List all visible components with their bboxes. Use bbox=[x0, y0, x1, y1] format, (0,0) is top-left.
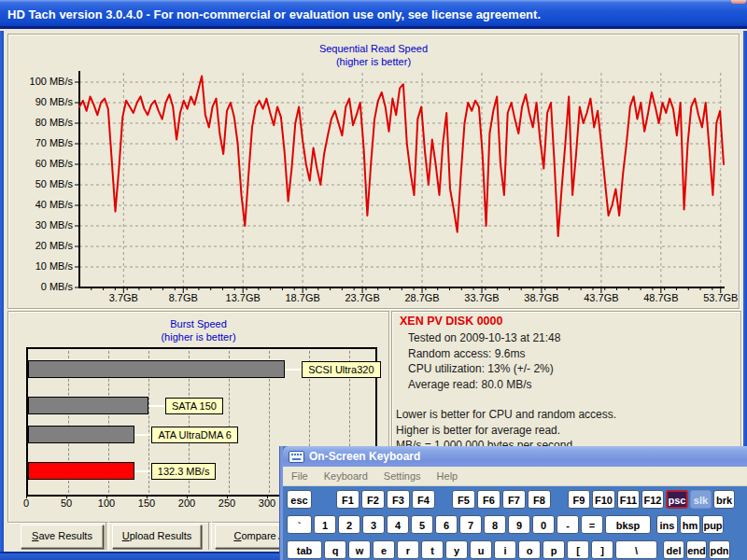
info-detail-line: CPU utilization: 13% (+/- 2%) bbox=[408, 362, 554, 375]
button-upload-results[interactable]: Upload Results bbox=[112, 525, 202, 549]
bar-label-box: 132.3 MB/s bbox=[151, 463, 217, 480]
window-title: HD Tach version 3.0.4.0 - For non-commer… bbox=[7, 7, 541, 21]
bar-label-connector bbox=[285, 369, 302, 371]
key-gap bbox=[314, 490, 336, 509]
osk-key-pup[interactable]: pup bbox=[702, 515, 724, 534]
osk-key-2[interactable]: 2 bbox=[338, 515, 360, 534]
osk-key-pdn[interactable]: pdn bbox=[709, 540, 730, 559]
osk-key-7[interactable]: 7 bbox=[459, 515, 482, 534]
osk-key-F11[interactable]: F11 bbox=[617, 490, 640, 509]
osk-key-end[interactable]: end bbox=[686, 540, 707, 559]
osk-key-F4[interactable]: F4 bbox=[412, 490, 435, 509]
button-save-results[interactable]: Save Results bbox=[21, 525, 104, 549]
info-note-line: Lower is better for CPU and random acces… bbox=[396, 408, 616, 421]
osk-key-bksp[interactable]: bksp bbox=[605, 515, 651, 534]
drive-name: XEN PV DISK 0000 bbox=[400, 315, 502, 328]
osk-key-o[interactable]: o bbox=[518, 540, 541, 559]
osk-key-1[interactable]: 1 bbox=[314, 515, 336, 534]
x-tick-label: 53.7GB bbox=[698, 292, 744, 303]
osk-key-backslash[interactable]: \ bbox=[615, 540, 657, 559]
osk-menu-settings[interactable]: Settings bbox=[384, 470, 421, 482]
x-tick-label: 8.7GB bbox=[160, 292, 206, 303]
osk-key-F1[interactable]: F1 bbox=[336, 490, 359, 509]
osk-key-F10[interactable]: F10 bbox=[592, 490, 615, 509]
y-tick-label: 80 MB/s bbox=[28, 117, 73, 128]
burst-tick-label: 300 bbox=[253, 497, 281, 509]
y-tick-label: 10 MB/s bbox=[28, 260, 73, 272]
x-tick-label: 43.7GB bbox=[578, 292, 625, 303]
osk-key-esc[interactable]: esc bbox=[287, 490, 312, 509]
osk-key-w[interactable]: w bbox=[348, 540, 371, 559]
osk-key-6[interactable]: 6 bbox=[435, 515, 458, 534]
osk-key-F8[interactable]: F8 bbox=[528, 490, 551, 509]
osk-key-`[interactable]: ` bbox=[287, 515, 312, 534]
osk-key-tab[interactable]: tab bbox=[287, 540, 322, 559]
osk-key-brk[interactable]: brk bbox=[713, 490, 735, 509]
osk-key-row-3: tabqwertyuiop[]\delendpdn bbox=[287, 540, 747, 560]
info-detail-line: Average read: 80.0 MB/s bbox=[408, 378, 532, 391]
osk-key-0[interactable]: 0 bbox=[532, 515, 555, 534]
osk-key-q[interactable]: q bbox=[324, 540, 346, 559]
osk-key-3[interactable]: 3 bbox=[362, 515, 385, 534]
screen: HD Tach version 3.0.4.0 - For non-commer… bbox=[0, 0, 747, 560]
y-tick-label: 70 MB/s bbox=[28, 137, 73, 148]
osk-key-u[interactable]: u bbox=[470, 540, 492, 559]
x-tick-label: 18.7GB bbox=[279, 292, 326, 303]
osk-key-ins[interactable]: ins bbox=[656, 515, 678, 534]
osk-key-5[interactable]: 5 bbox=[411, 515, 433, 534]
osk-key-F2[interactable]: F2 bbox=[361, 490, 385, 509]
osk-key-F5[interactable]: F5 bbox=[452, 490, 475, 509]
key-gap bbox=[437, 490, 452, 509]
osk-key-=[interactable]: = bbox=[581, 515, 603, 534]
osk-key-9[interactable]: 9 bbox=[508, 515, 530, 534]
osk-menubar: FileKeyboardSettingsHelp bbox=[283, 467, 747, 486]
osk-key-F7[interactable]: F7 bbox=[502, 490, 526, 509]
burst-bar-4 bbox=[28, 462, 134, 480]
osk-menu-keyboard[interactable]: Keyboard bbox=[324, 470, 368, 482]
osk-key-area: escF1F2F3F4F5F6F7F8F9F10F11F12pscslkbrk`… bbox=[283, 486, 747, 560]
x-tick-label: 3.7GB bbox=[100, 292, 147, 303]
bar-label-connector bbox=[134, 434, 151, 436]
bar-label-connector bbox=[148, 405, 165, 407]
burst-bar-1 bbox=[28, 360, 285, 378]
bar-label-box: SATA 150 bbox=[165, 398, 223, 414]
x-tick-label: 38.7GB bbox=[518, 292, 565, 303]
osk-key-hm[interactable]: hm bbox=[680, 515, 700, 534]
info-detail-line: Tested on 2009-10-13 at 21:48 bbox=[408, 331, 560, 344]
osk-key-8[interactable]: 8 bbox=[484, 515, 506, 534]
osk-key-F3[interactable]: F3 bbox=[387, 490, 410, 509]
osk-key-y[interactable]: y bbox=[445, 540, 468, 559]
osk-key-4[interactable]: 4 bbox=[387, 515, 409, 534]
osk-menu-help[interactable]: Help bbox=[437, 470, 458, 482]
osk-titlebar[interactable]: On-Screen Keyboard bbox=[283, 446, 747, 467]
hdtach-titlebar[interactable]: HD Tach version 3.0.4.0 - For non-commer… bbox=[0, 0, 747, 29]
osk-key-e[interactable]: e bbox=[373, 540, 395, 559]
osk-key-psc[interactable]: psc bbox=[666, 490, 688, 509]
osk-menu-file[interactable]: File bbox=[291, 470, 308, 482]
y-tick-label: 50 MB/s bbox=[28, 178, 73, 189]
osk-key-[[interactable]: [ bbox=[567, 540, 589, 559]
osk-key-F12[interactable]: F12 bbox=[641, 490, 664, 509]
close-button-sliver[interactable] bbox=[731, 0, 746, 4]
osk-key-F9[interactable]: F9 bbox=[568, 490, 590, 509]
burst-bar-3 bbox=[28, 426, 134, 443]
osk-key-F6[interactable]: F6 bbox=[477, 490, 500, 509]
osk-key-p[interactable]: p bbox=[543, 540, 565, 559]
y-tick-label: 100 MB/s bbox=[28, 76, 73, 87]
burst-bar-2 bbox=[28, 397, 148, 414]
osk-key-del[interactable]: del bbox=[663, 540, 684, 559]
osk-key-row-1: escF1F2F3F4F5F6F7F8F9F10F11F12pscslkbrk bbox=[287, 490, 747, 511]
read-speed-line bbox=[79, 76, 724, 236]
y-tick-label: 90 MB/s bbox=[28, 96, 73, 107]
y-tick-label: 0 MB/s bbox=[28, 281, 73, 292]
burst-tick-label: 150 bbox=[133, 497, 161, 509]
seq-chart-title: Sequential Read Speed bbox=[8, 42, 739, 55]
osk-key-][interactable]: ] bbox=[591, 540, 613, 559]
osk-key-slk[interactable]: slk bbox=[690, 490, 712, 509]
osk-key--[interactable]: - bbox=[557, 515, 579, 534]
osk-key-t[interactable]: t bbox=[421, 540, 444, 559]
x-tick-label: 33.7GB bbox=[458, 292, 505, 303]
osk-key-i[interactable]: i bbox=[494, 540, 516, 559]
osk-key-r[interactable]: r bbox=[397, 540, 419, 559]
burst-chart-subtitle: (higher is better) bbox=[8, 330, 388, 343]
